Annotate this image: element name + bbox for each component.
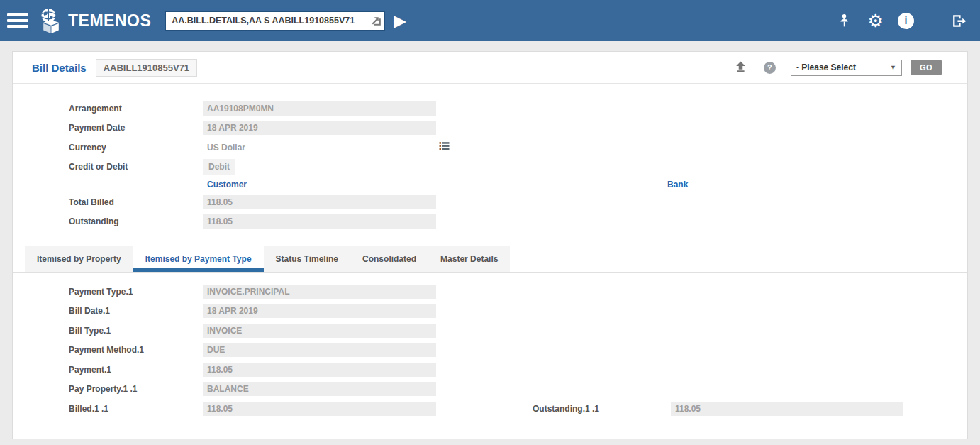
field-row-currency: Currency US Dollar	[13, 138, 967, 158]
payment-type-1-field[interactable]: INVOICE.PRINCIPAL	[203, 285, 436, 299]
pay-property-1-1-field[interactable]: BALANCE	[203, 382, 436, 396]
action-select-value: - Please Select	[796, 62, 856, 72]
currency-label: Currency	[69, 143, 203, 153]
field-row-payment-1: Payment.1 118.05	[13, 360, 967, 380]
chevron-down-icon: ▼	[890, 64, 896, 71]
arrangement-label: Arrangement	[69, 104, 203, 114]
credit-or-debit-chip: Debit	[203, 159, 235, 175]
upload-icon[interactable]	[735, 60, 747, 75]
field-row-outstanding: Outstanding 118.05	[13, 212, 967, 232]
command-bar	[165, 11, 385, 31]
billed-1-1-label: Billed.1 .1	[69, 404, 203, 414]
tab-bar: Itemised by Property Itemised by Payment…	[25, 246, 510, 272]
payment-method-1-label: Payment Method.1	[69, 345, 203, 355]
bill-date-1-field[interactable]: 18 APR 2019	[203, 304, 436, 318]
payment-1-field[interactable]: 118.05	[203, 363, 436, 377]
outstanding-label: Outstanding	[69, 216, 203, 226]
field-row-payment-date: Payment Date 18 APR 2019	[13, 119, 967, 138]
sign-out-icon[interactable]	[951, 13, 967, 28]
bank-link[interactable]: Bank	[667, 180, 688, 189]
payment-method-1-field[interactable]: DUE	[203, 343, 436, 357]
pin-icon[interactable]	[837, 13, 851, 28]
payment-1-label: Payment.1	[69, 365, 203, 375]
tab-divider	[13, 272, 967, 273]
total-billed-label: Total Billed	[69, 197, 203, 207]
page-title: Bill Details	[32, 62, 87, 74]
field-row-links: Customer Bank	[13, 177, 967, 192]
field-row-bill-type-1: Bill Type.1 INVOICE	[13, 321, 967, 341]
launch-icon[interactable]	[369, 15, 382, 27]
help-icon[interactable]: ?	[764, 62, 776, 74]
action-select[interactable]: - Please Select ▼	[791, 60, 902, 76]
tab-status-timeline[interactable]: Status Timeline	[264, 246, 350, 272]
total-billed-field[interactable]: 118.05	[203, 195, 436, 209]
billed-1-1-field[interactable]: 118.05	[203, 402, 436, 416]
credit-or-debit-label: Credit or Debit	[69, 162, 203, 172]
outstanding-1-1-field[interactable]: 118.05	[671, 402, 903, 416]
go-button[interactable]: GO	[911, 60, 942, 75]
field-row-payment-method-1: Payment Method.1 DUE	[13, 341, 967, 361]
temenos-globe-cube-icon	[38, 7, 64, 34]
menu-icon[interactable]	[7, 11, 28, 31]
field-row-payment-type-1: Payment Type.1 INVOICE.PRINCIPAL	[13, 282, 967, 302]
arrangement-field[interactable]: AA19108PM0MN	[203, 101, 436, 116]
pay-property-1-1-label: Pay Property.1 .1	[69, 384, 203, 394]
bill-details-panel: Bill Details AABILL1910855V71 ? - Please…	[12, 51, 968, 439]
payment-date-label: Payment Date	[69, 123, 203, 133]
temenos-logo: TEMENOS	[38, 7, 151, 34]
currency-lookup-list-icon[interactable]	[439, 141, 450, 154]
panel-header: Bill Details AABILL1910855V71 ? - Please…	[13, 52, 967, 84]
tab-itemised-by-property[interactable]: Itemised by Property	[25, 246, 133, 272]
field-row-pay-property-1-1: Pay Property.1 .1 BALANCE	[13, 380, 967, 400]
outstanding-field[interactable]: 118.05	[203, 214, 436, 229]
payment-type-1-label: Payment Type.1	[69, 287, 203, 297]
run-command-icon[interactable]: ▶	[394, 13, 406, 29]
bill-type-1-field[interactable]: INVOICE	[203, 324, 436, 338]
command-input[interactable]	[165, 11, 385, 31]
tab-consolidated[interactable]: Consolidated	[350, 246, 428, 272]
top-navbar: TEMENOS ▶ ⚙ i	[0, 0, 980, 41]
outstanding-1-1-label: Outstanding.1 .1	[533, 404, 599, 414]
info-glyph: i	[898, 13, 914, 29]
tab-master-details[interactable]: Master Details	[428, 246, 510, 272]
currency-value: US Dollar	[203, 143, 436, 153]
bill-summary-form: Arrangement AA19108PM0MN Payment Date 18…	[13, 99, 967, 231]
bill-type-1-label: Bill Type.1	[69, 326, 203, 336]
field-row-bill-date-1: Bill Date.1 18 APR 2019	[13, 302, 967, 322]
itemised-by-payment-type-form: Payment Type.1 INVOICE.PRINCIPAL Bill Da…	[13, 282, 967, 419]
field-row-arrangement: Arrangement AA19108PM0MN	[13, 99, 967, 119]
field-row-billed-1-1: Billed.1 .1 118.05 Outstanding.1 .1 118.…	[13, 399, 967, 419]
bill-id-badge: AABILL1910855V71	[96, 59, 197, 77]
settings-gear-icon[interactable]: ⚙	[868, 12, 884, 30]
tab-itemised-by-payment-type[interactable]: Itemised by Payment Type	[133, 246, 264, 272]
bill-date-1-label: Bill Date.1	[69, 306, 203, 316]
brand-text: TEMENOS	[68, 11, 151, 31]
field-row-total-billed: Total Billed 118.05	[13, 192, 967, 212]
info-icon[interactable]: i	[898, 13, 914, 29]
payment-date-field[interactable]: 18 APR 2019	[203, 121, 436, 135]
field-row-credit-or-debit: Credit or Debit Debit	[13, 158, 967, 177]
customer-link[interactable]: Customer	[203, 180, 247, 189]
screen: TEMENOS ▶ ⚙ i	[0, 0, 980, 445]
